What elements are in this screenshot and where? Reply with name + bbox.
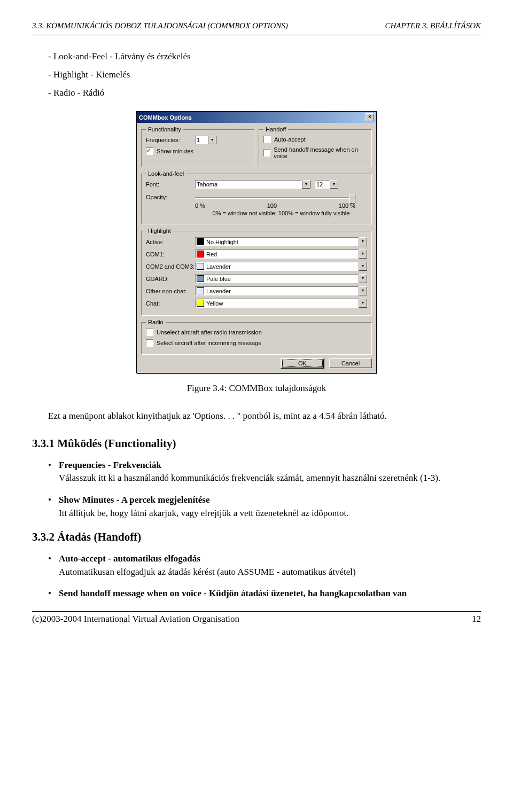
footer-left: (c)2003-2004 International Virtual Aviat… — [32, 614, 239, 624]
font-select[interactable]: Tahoma ▾ — [195, 180, 310, 189]
item-body: Válasszuk itt ki a használandó kommuniká… — [59, 473, 440, 483]
highlight-value: Yellow — [206, 300, 223, 307]
list-item: Show Minutes - A percek megjelenítése It… — [48, 494, 481, 520]
figure-caption: Figure 3.4: COMMBox tulajdonságok — [32, 383, 481, 394]
highlight-label: Other non-chat: — [146, 288, 195, 294]
unselect-after-tx-checkbox[interactable] — [146, 329, 153, 336]
dialog-titlebar[interactable]: COMMbox Options × — [137, 112, 376, 123]
highlight-select[interactable]: Red▾ — [195, 249, 367, 259]
send-handoff-label: Send handoff message when on voice — [274, 146, 367, 159]
dialog-title: COMMbox Options — [139, 114, 192, 121]
group-legend: Functionality — [146, 126, 183, 132]
chevron-down-icon: ▾ — [359, 249, 367, 259]
commbox-options-dialog: COMMbox Options × Functionality Frequenc… — [136, 111, 377, 373]
color-swatch — [197, 251, 204, 257]
group-highlight: Highlight Active:No Highlight▾COM1:Red▾C… — [141, 228, 372, 316]
highlight-label: Chat: — [146, 300, 195, 307]
section-331-list: Frequencies - Frekvenciák Válasszuk itt … — [48, 459, 481, 520]
frequencies-value: 1 — [195, 136, 208, 144]
chevron-down-icon: ▾ — [359, 286, 367, 295]
chevron-down-icon: ▾ — [359, 262, 367, 271]
group-functionality: Functionality Frequencies: 1 ▾ Show minu… — [141, 126, 254, 167]
ok-button[interactable]: OK — [281, 358, 324, 369]
highlight-label: COM1: — [146, 251, 195, 257]
item-head: Send handoff message when on voice - Küd… — [59, 588, 407, 598]
chevron-down-icon: ▾ — [208, 136, 216, 144]
show-minutes-label: Show minutes — [157, 148, 193, 154]
group-legend: Look-and-feel — [146, 170, 186, 177]
group-radio: Radio Unselect aircraft after radio tran… — [141, 319, 372, 355]
highlight-value: Lavender — [206, 288, 231, 294]
highlight-value: Lavender — [206, 263, 231, 270]
font-size-value: 12 — [315, 180, 330, 189]
dialog-screenshot: COMMbox Options × Functionality Frequenc… — [32, 111, 481, 373]
intro-item: Highlight - Kiemelés — [48, 69, 481, 80]
chevron-down-icon: ▾ — [330, 180, 338, 189]
opacity-100-label: 100 % — [339, 202, 355, 209]
item-body: Automatikusan elfogadjuk az átadás kérés… — [59, 567, 356, 577]
page-footer: (c)2003-2004 International Virtual Aviat… — [32, 614, 481, 624]
highlight-select[interactable]: Yellow▾ — [195, 299, 367, 308]
footer-page-number: 12 — [472, 614, 481, 624]
color-swatch — [197, 263, 204, 270]
section-331-title: 3.3.1 Mûködés (Functionality) — [32, 437, 481, 450]
unselect-after-tx-label: Unselect aircraft after radio transmissi… — [157, 329, 262, 335]
section-332-title: 3.3.2 Átadás (Handoff) — [32, 530, 481, 544]
font-label: Font: — [146, 181, 195, 188]
frequencies-label: Frequencies: — [146, 137, 195, 143]
highlight-row: Other non-chat:Lavender▾ — [146, 286, 367, 295]
header-rule — [32, 35, 481, 35]
highlight-label: Active: — [146, 239, 195, 245]
color-swatch — [197, 238, 204, 245]
item-head: Show Minutes - A percek megjelenítése — [59, 495, 210, 505]
page-header: 3.3. KOMMUNIKÁCIÓS DOBOZ TULAJDONSÁGAI (… — [32, 21, 481, 30]
list-item: Frequencies - Frekvenciák Válasszuk itt … — [48, 459, 481, 485]
header-left: 3.3. KOMMUNIKÁCIÓS DOBOZ TULAJDONSÁGAI (… — [32, 21, 288, 30]
show-minutes-checkbox[interactable] — [146, 147, 153, 155]
group-handoff: Handoff Auto-accept Send handoff message… — [259, 126, 372, 167]
body-paragraph: Ezt a menüpont ablakot kinyithatjuk az '… — [48, 410, 481, 423]
chevron-down-icon: ▾ — [359, 237, 367, 246]
footer-rule — [32, 611, 481, 612]
opacity-note: 0% = window not visible; 100% = window f… — [195, 210, 367, 216]
send-handoff-checkbox[interactable] — [263, 149, 270, 157]
highlight-value: No Highlight — [206, 239, 238, 245]
opacity-0-label: 0 % — [195, 202, 205, 209]
item-head: Auto-accept - automatikus elfogadás — [59, 553, 200, 564]
opacity-slider[interactable]: 0 % 100 100 % — [195, 194, 355, 209]
intro-list: Look-and-Feel - Látvány és érzékelés Hig… — [48, 51, 481, 98]
frequencies-select[interactable]: 1 ▾ — [195, 136, 216, 144]
highlight-row: COM2 and COM3:Lavender▾ — [146, 262, 367, 271]
highlight-label: GUARD: — [146, 276, 195, 282]
font-size-select[interactable]: 12 ▾ — [315, 180, 338, 189]
chevron-down-icon: ▾ — [302, 180, 310, 189]
color-swatch — [197, 275, 204, 282]
list-item: Send handoff message when on voice - Küd… — [48, 587, 481, 600]
chevron-down-icon: ▾ — [359, 274, 367, 283]
color-swatch — [197, 287, 204, 294]
highlight-select[interactable]: Pale blue▾ — [195, 274, 367, 283]
item-head: Frequencies - Frekvenciák — [59, 460, 161, 470]
highlight-select[interactable]: No Highlight▾ — [195, 237, 367, 246]
highlight-select[interactable]: Lavender▾ — [195, 262, 367, 271]
highlight-row: Chat:Yellow▾ — [146, 299, 367, 308]
opacity-label: Opacity: — [146, 194, 195, 200]
close-icon[interactable]: × — [366, 113, 374, 121]
color-swatch — [197, 300, 204, 307]
font-value: Tahoma — [195, 180, 302, 189]
highlight-row: GUARD:Pale blue▾ — [146, 274, 367, 283]
group-legend: Highlight — [146, 228, 173, 234]
group-legend: Radio — [146, 319, 166, 325]
auto-accept-checkbox[interactable] — [263, 136, 271, 143]
highlight-row: COM1:Red▾ — [146, 249, 367, 259]
highlight-label: COM2 and COM3: — [146, 263, 195, 270]
intro-item: Look-and-Feel - Látvány és érzékelés — [48, 51, 481, 62]
highlight-select[interactable]: Lavender▾ — [195, 286, 367, 295]
highlight-value: Red — [206, 251, 217, 257]
select-after-incoming-label: Select aircraft after incomming message — [157, 340, 261, 346]
chevron-down-icon: ▾ — [359, 299, 367, 308]
select-after-incoming-checkbox[interactable] — [146, 339, 153, 347]
cancel-button[interactable]: Cancel — [329, 358, 372, 368]
auto-accept-label: Auto-accept — [274, 136, 306, 143]
section-332-list: Auto-accept - automatikus elfogadás Auto… — [48, 552, 481, 600]
